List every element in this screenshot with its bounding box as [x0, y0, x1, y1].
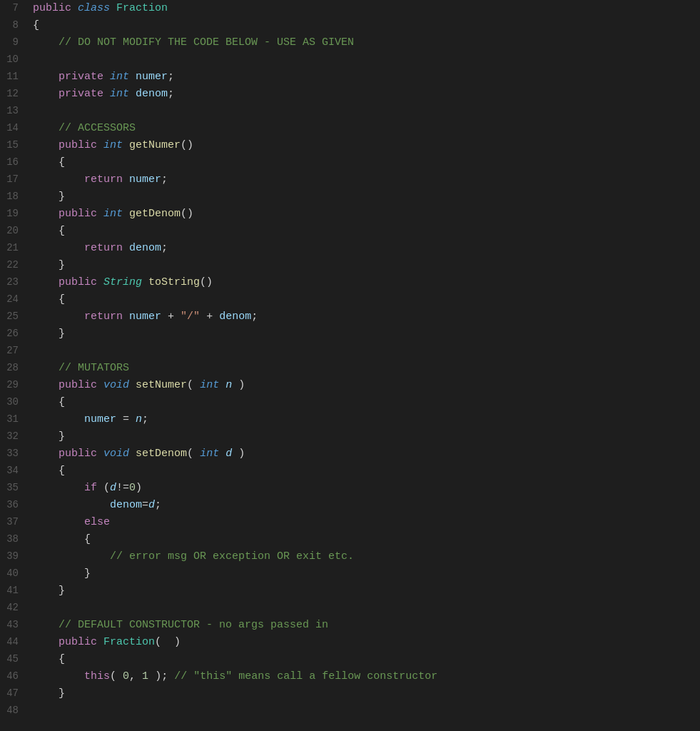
line-content: // DEFAULT CONSTRUCTOR - no args passed … [30, 617, 700, 633]
kw-public-token: public [59, 139, 97, 151]
punctuation-token: { [59, 225, 65, 237]
punctuation-token: ; [168, 71, 174, 83]
text-token [168, 670, 174, 682]
text-token [200, 311, 206, 323]
text-token [33, 293, 59, 306]
punctuation-token: { [59, 465, 65, 477]
code-line: 14 // ACCESSORS [0, 120, 700, 137]
text-token [232, 448, 238, 460]
punctuation-token: ) [238, 448, 245, 460]
line-number: 38 [0, 532, 30, 548]
line-number: 43 [0, 617, 30, 633]
code-line: 42 [0, 600, 700, 617]
operator-token: + [206, 311, 213, 323]
line-content: // error msg OR exception OR exit etc. [30, 548, 700, 565]
text-token [33, 465, 59, 477]
line-number: 34 [0, 463, 30, 479]
line-number: 16 [0, 155, 30, 171]
line-content: else [30, 514, 700, 530]
number-lit-token: 0 [123, 670, 129, 682]
kw-int-token: int [200, 379, 219, 391]
punctuation-token: ) [238, 379, 245, 391]
text-token [33, 653, 59, 665]
method-name-token: getDenom [129, 208, 181, 220]
text-token [33, 36, 59, 49]
line-content: public int getDenom() [30, 206, 700, 222]
var-name-token: numer [129, 311, 161, 323]
class-name-token: Fraction [116, 2, 168, 14]
code-line: 28 // MUTATORS [0, 360, 700, 377]
comment-token: // ACCESSORS [59, 122, 136, 134]
kw-int-token: int [110, 71, 129, 83]
code-line: 37 else [0, 514, 700, 531]
punctuation-token: () [181, 139, 193, 151]
string-lit-token: "/" [181, 311, 200, 323]
line-number: 32 [0, 429, 30, 445]
line-number: 27 [0, 343, 30, 359]
text-token [33, 259, 59, 271]
code-line: 10 [0, 51, 700, 69]
line-number: 26 [0, 326, 30, 342]
line-content: public void setNumer( int n ) [30, 377, 700, 393]
kw-void-token: void [103, 379, 129, 391]
punctuation-token: } [59, 328, 65, 340]
line-content: private int numer; [30, 69, 700, 85]
var-name-token: denom [129, 242, 161, 254]
punctuation-token: ); [155, 670, 168, 682]
line-content: // MUTATORS [30, 360, 700, 376]
text-token [116, 413, 123, 425]
line-number: 11 [0, 69, 30, 85]
code-line: 38 { [0, 531, 700, 548]
text-token [33, 636, 59, 648]
line-number: 20 [0, 223, 30, 239]
text-token [33, 173, 84, 186]
punctuation-token: ; [161, 242, 168, 254]
var-name-token: denom [110, 499, 142, 511]
kw-int-token: int [110, 88, 129, 100]
line-number: 23 [0, 275, 30, 291]
var-name-token: numer [136, 71, 168, 83]
class-name-token: Fraction [103, 636, 155, 648]
code-line: 9 // DO NOT MODIFY THE CODE BELOW - USE … [0, 34, 700, 51]
number-lit-token: 0 [129, 482, 136, 494]
punctuation-token: , [129, 670, 136, 682]
line-content: // ACCESSORS [30, 120, 700, 136]
punctuation-token: } [59, 259, 65, 271]
code-line: 44 public Fraction( ) [0, 634, 700, 651]
line-content: public void setDenom( int d ) [30, 445, 700, 462]
text-token [97, 379, 103, 391]
punctuation-token: ( ) [155, 636, 181, 648]
punctuation-token: ( [110, 670, 116, 682]
text-token [129, 448, 136, 460]
text-token [33, 379, 59, 391]
code-line: 19 public int getDenom() [0, 206, 700, 223]
text-token [33, 619, 59, 631]
text-token [33, 225, 59, 237]
line-content: public int getNumer() [30, 137, 700, 153]
punctuation-token: { [59, 396, 65, 408]
operator-token: != [116, 482, 129, 494]
code-line: 16 { [0, 154, 700, 171]
kw-return-token: return [84, 311, 123, 323]
method-name-token: toString [148, 276, 200, 288]
code-line: 39 // error msg OR exception OR exit etc… [0, 548, 700, 565]
line-number: 41 [0, 583, 30, 599]
line-number: 28 [0, 361, 30, 376]
kw-private-token: private [59, 88, 103, 100]
text-token [123, 311, 129, 323]
code-line: 21 return denom; [0, 240, 700, 257]
punctuation-token: ; [155, 499, 161, 511]
text-token [33, 88, 59, 100]
line-content: { [30, 531, 700, 548]
kw-if-token: if [84, 482, 97, 494]
line-number: 13 [0, 104, 30, 119]
text-token [123, 139, 129, 151]
code-line: 12 private int denom; [0, 86, 700, 103]
punctuation-token: { [59, 293, 65, 306]
text-token [33, 362, 59, 374]
text-token [33, 208, 59, 220]
kw-public-token: public [59, 379, 97, 391]
line-content: public String toString() [30, 274, 700, 291]
punctuation-token: { [59, 653, 65, 665]
comment-token: // error msg OR exception OR exit etc. [110, 550, 354, 563]
